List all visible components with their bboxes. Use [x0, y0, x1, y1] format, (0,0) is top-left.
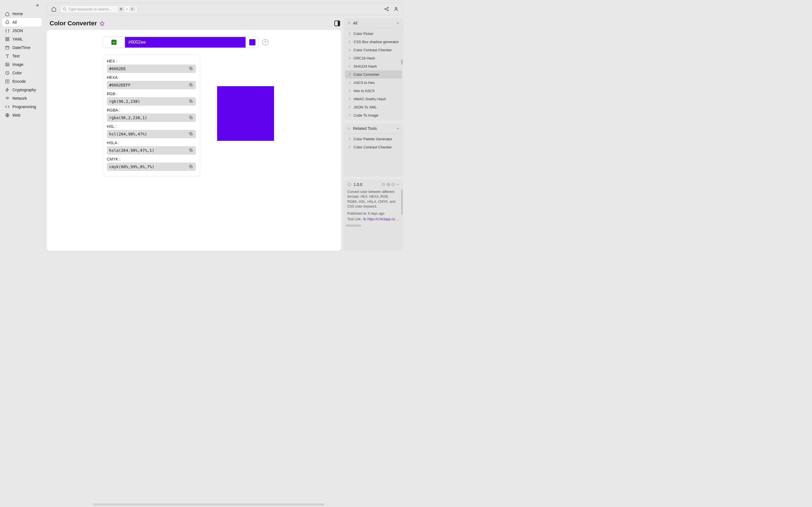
copy-button[interactable] [189, 164, 194, 169]
tool-item-hmac-snefru[interactable]: HMAC-Snefru Hash [345, 95, 402, 103]
related-tools-panel: Related Tools Color Palette Generator Co… [344, 123, 403, 177]
sidebar-label: Encode [12, 79, 26, 83]
sidebar-item-web[interactable]: Web [2, 111, 42, 119]
related-item-palette[interactable]: Color Palette Generator [345, 135, 402, 143]
svg-rect-3 [8, 40, 9, 41]
format-value-hsl: hsl(264,98%,47%) [109, 132, 186, 136]
svg-rect-5 [6, 63, 9, 66]
text-icon [5, 54, 10, 58]
user-button[interactable] [393, 6, 400, 12]
color-preview [217, 86, 274, 141]
sidebar-label: Text [12, 54, 20, 58]
tool-item-css-box-shadow[interactable]: CSS Box shadow generator [345, 38, 402, 46]
sidebar-label: All [12, 20, 17, 24]
sidebar-item-home[interactable]: Home [2, 10, 42, 18]
tool-item-hex-to-ascii[interactable]: Hex to ASCII [345, 87, 402, 95]
svg-rect-2 [6, 40, 7, 41]
copy-button[interactable] [189, 99, 194, 104]
tool-item-color-picker[interactable]: Color Picker [345, 30, 402, 38]
copy-link-icon[interactable] [363, 217, 366, 221]
code-icon [5, 105, 10, 109]
sidebar-item-all[interactable]: All [2, 18, 42, 26]
tool-item-ascii-to-hex[interactable]: ASCII to Hex [345, 78, 402, 87]
sidebar-label: Color [12, 71, 22, 75]
tool-item-color-contrast[interactable]: Color Contrast Checker [345, 46, 402, 54]
calendar-icon [5, 45, 10, 50]
sidebar-item-datetime[interactable]: Date/Time [2, 43, 42, 52]
tool-item-code-to-image[interactable]: Code To Image [345, 111, 402, 119]
scrollbar[interactable] [401, 59, 403, 64]
help-button[interactable]: ? [262, 39, 268, 45]
color-picker-button[interactable] [246, 37, 259, 48]
share-button[interactable] [383, 6, 390, 12]
chevron-down-icon[interactable] [396, 182, 400, 186]
encode-icon [5, 79, 10, 83]
h-scrollbar[interactable] [346, 224, 361, 227]
color-input-wrapper [125, 37, 246, 48]
tool-item-sha224[interactable]: SHA224 Hash [345, 62, 402, 70]
copy-button[interactable] [189, 148, 194, 153]
home-button[interactable] [50, 6, 57, 12]
related-item-contrast[interactable]: Color Contrast Checker [345, 143, 402, 151]
tool-item-color-converter[interactable]: Color Converter [345, 70, 402, 78]
format-label-rgb: RGB : [107, 92, 196, 96]
sidebar-item-color[interactable]: Color [2, 69, 42, 77]
search-input[interactable] [68, 7, 116, 11]
format-label-rgba: RGBA : [107, 108, 196, 112]
tool-link[interactable]: https://t.he3app.co… [367, 217, 399, 221]
color-input[interactable] [125, 38, 245, 47]
format-label-hsla: HSLA : [107, 140, 196, 145]
sidebar-item-cryptography[interactable]: Cryptography [2, 86, 42, 94]
panel-icon [335, 20, 340, 26]
clock-icon [5, 71, 10, 75]
info-icon [347, 182, 351, 186]
svg-point-10 [63, 8, 65, 10]
favorite-button[interactable] [100, 21, 105, 26]
all-panel-title: All [353, 21, 357, 25]
sidebar-item-encode[interactable]: Encode [2, 77, 42, 86]
sidebar-item-programming[interactable]: Programming [2, 103, 42, 111]
main-area: ⌘ + K Color Converter [44, 0, 406, 253]
copy-button[interactable] [189, 66, 194, 71]
sidebar-label: Cryptography [12, 88, 36, 92]
copy-button[interactable] [189, 82, 194, 88]
format-label-hex: HEX : [107, 59, 196, 63]
workspace: ? HEX : #6002EE HEXA : [47, 30, 341, 251]
svg-point-14 [395, 7, 397, 9]
history-icon[interactable] [382, 182, 386, 186]
sidebar-collapse-button[interactable] [2, 2, 42, 10]
all-tools-panel: All Color Picker CSS Box shadow generato… [344, 18, 403, 121]
scrollbar[interactable] [401, 189, 403, 215]
sidebar-item-json[interactable]: JSON [2, 26, 42, 35]
svg-rect-4 [6, 46, 9, 49]
sidebar-item-network[interactable]: Network [2, 94, 42, 103]
panel-toggle-button[interactable] [335, 20, 340, 26]
validity-indicator [103, 37, 125, 48]
tool-item-json-to-xml[interactable]: JSON To XML [345, 103, 402, 111]
braces-icon [5, 29, 10, 33]
swatch-icon [249, 39, 255, 45]
sidebar-item-text[interactable]: Text [2, 52, 42, 60]
svg-point-32 [392, 183, 395, 186]
sidebar-item-yaml[interactable]: YAML [2, 35, 42, 43]
sidebar-label: JSON [12, 29, 23, 33]
kbd-key: K [130, 7, 135, 11]
sidebar-item-image[interactable]: Image [2, 60, 42, 69]
tool-item-crc16[interactable]: CRC16 Hash [345, 54, 402, 62]
wifi-icon [5, 96, 10, 101]
all-panel-header[interactable]: All [344, 18, 403, 29]
center-column: Color Converter [47, 18, 341, 251]
sidebar-label: Web [12, 113, 20, 117]
globe-icon [5, 113, 10, 117]
check-icon [111, 40, 116, 45]
search-box[interactable]: ⌘ + K [60, 5, 138, 13]
check-circle-icon[interactable] [391, 182, 395, 186]
copy-button[interactable] [189, 115, 194, 120]
related-panel-header[interactable]: Related Tools [344, 123, 403, 134]
info-published: Published at: 6 days ago [347, 212, 400, 216]
format-value-hex: #6002EE [109, 66, 186, 71]
globe-icon[interactable] [386, 182, 390, 186]
lightning-icon [5, 88, 10, 92]
copy-button[interactable] [189, 131, 194, 136]
results-card: HEX : #6002EE HEXA : #6002EEFF [103, 55, 200, 176]
